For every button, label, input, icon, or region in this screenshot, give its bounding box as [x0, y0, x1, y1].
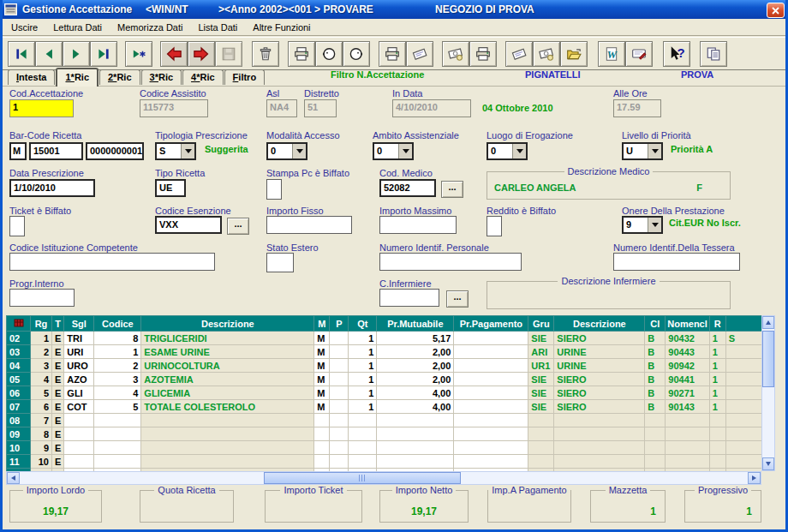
grid-cell[interactable]: E	[52, 441, 64, 455]
table-row[interactable]: 1110E	[7, 455, 764, 469]
menu-item-altre-funzioni[interactable]: Altre Funzioni	[245, 21, 318, 34]
grid-cell[interactable]: 4	[94, 386, 141, 400]
row-header[interactable]: 09	[7, 427, 31, 441]
grid-cell[interactable]: SIE	[528, 400, 554, 414]
grid-cell[interactable]: URINOCOLTURA	[141, 359, 314, 373]
row-header[interactable]: 04	[7, 359, 31, 373]
nav-next-button[interactable]	[63, 41, 90, 67]
grid-cell[interactable]: M	[314, 332, 330, 345]
horizontal-scroll-thumb[interactable]	[264, 472, 461, 484]
grid-cell[interactable]	[330, 414, 349, 427]
grid-cell[interactable]: B	[645, 373, 666, 386]
row-header[interactable]: 06	[7, 386, 31, 400]
grid-cell[interactable]	[645, 414, 666, 427]
grid-cell[interactable]	[64, 414, 94, 427]
tipo-ricetta-input[interactable]: UE	[155, 179, 186, 197]
grid-cell[interactable]: COT	[64, 400, 94, 414]
grid-cell[interactable]: 9	[31, 441, 52, 455]
grid-cell[interactable]: E	[52, 345, 64, 359]
prestazioni-grid[interactable]: RgTSglCodiceDescrizioneMPQtPr.MutuabileP…	[6, 315, 764, 482]
cash-button[interactable]	[533, 41, 560, 67]
tab-1ric[interactable]: 1*Ric	[56, 68, 98, 87]
grid-cell[interactable]	[454, 373, 528, 386]
grid-column-header[interactable]: Pr.Pagamento	[454, 316, 528, 332]
grid-column-header[interactable]: Cl	[645, 316, 666, 332]
grid-cell[interactable]: 90432	[666, 332, 709, 345]
barcode-type-input[interactable]: M	[9, 142, 27, 160]
row-header[interactable]: 08	[7, 414, 31, 427]
menu-item-uscire[interactable]: Uscire	[3, 21, 45, 34]
grid-cell[interactable]	[666, 427, 709, 441]
nav-last-button[interactable]	[90, 41, 117, 67]
grid-cell[interactable]: SIERO	[554, 373, 645, 386]
row-header[interactable]: 10	[7, 441, 31, 455]
grid-cell[interactable]	[528, 427, 554, 441]
grid-cell[interactable]	[725, 427, 763, 441]
table-row[interactable]: 032EURI1ESAME URINEM12,00ARIURINEB904431	[7, 345, 764, 359]
grid-cell[interactable]: E	[52, 386, 64, 400]
id-tessera-input[interactable]	[613, 253, 740, 271]
grid-cell[interactable]: 5	[94, 400, 141, 414]
grid-cell[interactable]: 2,00	[377, 373, 454, 386]
vertical-scroll-thumb[interactable]	[762, 331, 774, 387]
grid-cell[interactable]	[330, 386, 349, 400]
grid-cell[interactable]: B	[645, 345, 666, 359]
grid-cell[interactable]	[454, 441, 528, 455]
grid-cell[interactable]: 10	[31, 455, 52, 469]
row-header[interactable]: 07	[7, 400, 31, 414]
esenzione-browse-button[interactable]: ...	[227, 218, 249, 235]
word-export-button[interactable]: W	[598, 41, 625, 67]
grid-cell[interactable]	[725, 345, 763, 359]
grid-cell[interactable]: 1	[709, 359, 725, 373]
grid-cell[interactable]	[377, 441, 454, 455]
table-row[interactable]: 098E	[7, 427, 764, 441]
signature-card-button[interactable]	[625, 41, 653, 67]
grid-cell[interactable]	[330, 332, 349, 345]
forward-button[interactable]	[188, 41, 215, 67]
row-header[interactable]: 03	[7, 345, 31, 359]
back-button[interactable]	[160, 41, 188, 67]
table-row[interactable]: 065EGLI4GLICEMIAM14,00SIESIEROB902711	[7, 386, 764, 400]
grid-cell[interactable]: 2	[31, 345, 52, 359]
grid-cell[interactable]: 90942	[666, 359, 709, 373]
tipologia-select[interactable]: S	[155, 142, 196, 160]
grid-cell[interactable]	[709, 414, 725, 427]
grid-cell[interactable]	[330, 455, 349, 469]
grid-column-header[interactable]	[725, 316, 763, 332]
ambito-select[interactable]: 0	[373, 142, 414, 160]
grid-cell[interactable]: E	[52, 455, 64, 469]
grid-cell[interactable]: GLI	[64, 386, 94, 400]
copy-button[interactable]	[700, 41, 727, 67]
data-prescrizione-input[interactable]: 1/10/2010	[9, 179, 95, 197]
grid-cell[interactable]	[377, 427, 454, 441]
istituzione-input[interactable]	[9, 253, 215, 271]
grid-column-header[interactable]: Descrizione	[141, 316, 314, 332]
grid-cell[interactable]	[554, 414, 645, 427]
grid-cell[interactable]: 1	[349, 345, 377, 359]
table-row[interactable]: 043EURO2URINOCOLTURAM12,00UR1URINEB90942…	[7, 359, 764, 373]
table-row[interactable]: 109E	[7, 441, 764, 455]
grid-cell[interactable]: M	[314, 345, 330, 359]
grid-cell[interactable]: 2,00	[377, 359, 454, 373]
tab-3ric[interactable]: 3*Ric	[141, 69, 182, 85]
grid-cell[interactable]	[314, 455, 330, 469]
grid-cell[interactable]: 1	[709, 332, 725, 345]
importo-massimo-input[interactable]	[379, 216, 457, 234]
infermiere-browse-button[interactable]: ...	[446, 290, 469, 308]
grid-cell[interactable]: M	[314, 386, 330, 400]
grid-column-header[interactable]: Pr.Mutuabile	[377, 316, 454, 332]
onere-select[interactable]: 9	[622, 216, 663, 234]
grid-cell[interactable]: 8	[31, 427, 52, 441]
grid-cell[interactable]	[709, 427, 725, 441]
grid-cell[interactable]: 8	[94, 332, 141, 345]
stato-estero-input[interactable]	[266, 253, 294, 272]
barcode-prefix-input[interactable]: 15001	[29, 142, 83, 160]
grid-column-header[interactable]: T	[52, 316, 64, 332]
grid-cell[interactable]	[314, 414, 330, 427]
grid-cell[interactable]: E	[52, 332, 64, 345]
grid-cell[interactable]	[554, 441, 645, 455]
grid-cell[interactable]: 1	[349, 400, 377, 414]
grid-cell[interactable]: E	[52, 359, 64, 373]
grid-cell[interactable]	[314, 427, 330, 441]
grid-cell[interactable]	[94, 455, 141, 469]
